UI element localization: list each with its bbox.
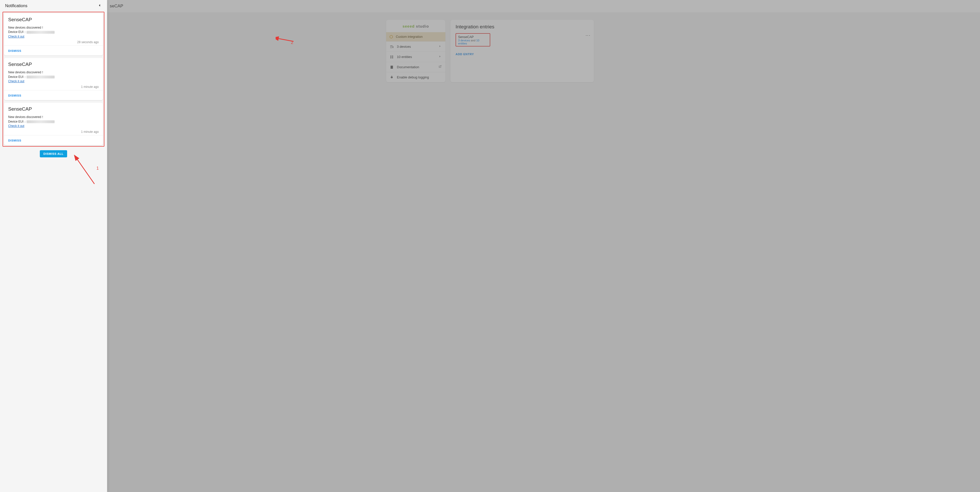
integration-entries-card: Integration entries SenseCAP 3 devices a… <box>450 20 594 82</box>
notifications-panel: Notifications SenseCAP New devices disco… <box>0 0 107 492</box>
dismiss-button[interactable]: DISMISS <box>8 139 21 142</box>
info-row-documentation[interactable]: Documentation <box>386 62 445 72</box>
page-header: seCAP <box>0 0 980 12</box>
info-row-label: 3 devices <box>397 45 435 48</box>
notification-card: SenseCAP New devices discovered！ Device … <box>4 103 103 145</box>
notification-title: SenseCAP <box>8 17 99 22</box>
dismiss-all-row: DISMISS ALL <box>3 150 104 157</box>
notifications-header: Notifications <box>3 0 104 12</box>
entry-more-menu[interactable]: ⋮ <box>585 33 591 38</box>
notification-title: SenseCAP <box>8 106 99 112</box>
notification-timestamp: 1 minute ago <box>8 85 99 89</box>
notification-line1: New devices discovered！ <box>8 26 99 30</box>
open-external-icon <box>438 65 442 69</box>
add-entry-button[interactable]: ADD ENTRY <box>455 53 589 56</box>
integration-page: seCAP seeed studio Custom integration 3 … <box>0 0 980 492</box>
devices-icon <box>390 45 394 49</box>
package-icon <box>389 35 393 39</box>
notifications-highlight-box: SenseCAP New devices discovered！ Device … <box>3 12 104 147</box>
notification-eui-line: Device EUI： <box>8 120 99 124</box>
info-row-debug[interactable]: Enable debug logging <box>386 72 445 82</box>
notification-line1: New devices discovered！ <box>8 115 99 119</box>
entry-sensecap[interactable]: SenseCAP 3 devices and 10 entities <box>455 33 490 46</box>
entry-sub: 3 devices and 10 entities <box>458 39 488 45</box>
chevron-right-icon <box>438 55 442 59</box>
check-it-out-link[interactable]: Check it out <box>8 35 24 38</box>
dismiss-all-button[interactable]: DISMISS ALL <box>40 150 67 157</box>
custom-integration-label: Custom integration <box>396 35 423 38</box>
back-button[interactable] <box>97 3 102 9</box>
notification-eui-line: Device EUI： <box>8 75 99 79</box>
redacted-eui <box>27 31 55 34</box>
custom-integration-badge: Custom integration <box>386 32 445 42</box>
notification-title: SenseCAP <box>8 62 99 67</box>
brand-logo: seeed studio <box>386 20 445 32</box>
entities-icon <box>390 55 394 59</box>
book-icon <box>390 65 394 69</box>
bug-icon <box>390 75 394 80</box>
info-row-entities[interactable]: 10 entities <box>386 52 445 62</box>
notification-timestamp: 1 minute ago <box>8 130 99 134</box>
info-row-label: Documentation <box>397 65 435 69</box>
notifications-title: Notifications <box>5 3 97 8</box>
redacted-eui <box>27 120 55 123</box>
entry-name: SenseCAP <box>458 35 488 39</box>
notification-card: SenseCAP New devices discovered！ Device … <box>4 58 103 100</box>
check-it-out-link[interactable]: Check it out <box>8 80 24 83</box>
seeed-studio-logo: seeed studio <box>402 24 429 28</box>
info-row-label: 10 entities <box>397 55 435 59</box>
notification-line1: New devices discovered！ <box>8 70 99 75</box>
dismiss-button[interactable]: DISMISS <box>8 94 21 97</box>
check-it-out-link[interactable]: Check it out <box>8 124 24 128</box>
chevron-right-icon <box>438 45 442 49</box>
dismiss-button[interactable]: DISMISS <box>8 49 21 53</box>
notification-eui-line: Device EUI： <box>8 30 99 34</box>
entries-title: Integration entries <box>455 24 589 30</box>
entry-devices-link[interactable]: 3 devices <box>458 39 470 42</box>
redacted-eui <box>27 76 55 78</box>
notification-timestamp: 28 seconds ago <box>8 40 99 44</box>
info-row-label: Enable debug logging <box>397 75 442 79</box>
info-row-devices[interactable]: 3 devices <box>386 42 445 52</box>
breadcrumb-fragment: seCAP <box>110 3 123 9</box>
page-body: seeed studio Custom integration 3 device… <box>0 12 980 82</box>
integration-info-card: seeed studio Custom integration 3 device… <box>386 20 445 82</box>
notification-card: SenseCAP New devices discovered！ Device … <box>4 13 103 56</box>
